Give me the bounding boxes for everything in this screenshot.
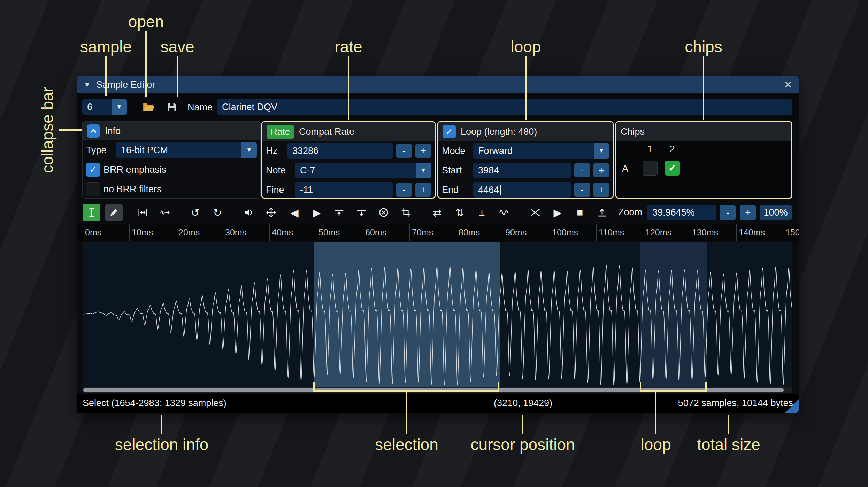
brr-emphasis-label: BRR emphasis — [103, 164, 166, 175]
ruler-tick: 110ms — [596, 224, 624, 241]
chevron-down-icon[interactable]: ▼ — [594, 143, 609, 159]
preview-button[interactable]: ▶ — [549, 204, 566, 221]
signed-unsigned-button[interactable]: ± — [473, 204, 491, 221]
loop-start-minus-button[interactable]: - — [574, 163, 590, 177]
name-label: Name — [187, 102, 213, 113]
sample-type-dropdown[interactable]: 16-bit PCM ▼ — [116, 142, 257, 158]
loop-end-minus-button[interactable]: - — [574, 183, 590, 197]
fine-minus-button[interactable]: - — [396, 183, 412, 197]
upload-icon — [597, 207, 607, 218]
collapse-triangle-icon[interactable]: ▼ — [84, 81, 91, 89]
resize-grip[interactable] — [785, 399, 799, 413]
draw-tool-button[interactable] — [105, 204, 123, 221]
loop-header: Loop (length: 480) — [461, 126, 537, 137]
horizontal-scrollbar[interactable] — [83, 387, 792, 393]
ruler-tick: 120ms — [643, 224, 671, 241]
waveform-display[interactable] — [83, 242, 792, 387]
delete-button[interactable] — [375, 204, 392, 221]
open-sample-button[interactable] — [141, 99, 157, 115]
no-brr-filters-checkbox[interactable] — [86, 182, 100, 196]
sample-name-value: Clarinet DQV — [222, 102, 277, 113]
close-icon[interactable]: × — [784, 78, 792, 91]
trim-button[interactable] — [397, 204, 415, 221]
ruler-tick: 100ms — [550, 224, 578, 241]
zoom-reset-button[interactable]: 100% — [760, 205, 792, 220]
amplify-button[interactable] — [240, 204, 258, 221]
rate-badge[interactable]: Rate — [267, 125, 294, 139]
invert-button[interactable]: ⇅ — [451, 204, 468, 221]
brr-emphasis-checkbox[interactable]: ✓ — [86, 163, 100, 177]
ruler-tick: 140ms — [736, 224, 765, 241]
fine-label: Fine — [266, 185, 292, 195]
collapse-bar-button[interactable] — [87, 124, 100, 138]
panels-row: Info Type 16-bit PCM ▼ ✓ BRR emphasis no… — [77, 121, 799, 199]
fine-plus-button[interactable]: + — [415, 183, 431, 197]
sample-name-input[interactable]: Clarinet DQV — [217, 99, 792, 115]
ruler-tick: 70ms — [409, 224, 433, 241]
chevron-down-icon[interactable]: ▼ — [112, 99, 127, 115]
apply-silence-button[interactable] — [353, 204, 370, 221]
loop-start-plus-button[interactable]: + — [593, 163, 609, 177]
stop-preview-button[interactable]: ■ — [571, 204, 589, 221]
loop-end-label: End — [442, 185, 470, 195]
window-title: Sample Editor — [96, 79, 155, 90]
title-bar: ▼ Sample Editor × — [77, 76, 799, 93]
fade-out-button[interactable]: ▶ — [308, 204, 325, 221]
ruler-tick: 150 — [783, 224, 799, 241]
fine-input[interactable]: -11 — [295, 182, 393, 198]
hz-label: Hz — [266, 146, 284, 156]
loop-end-input[interactable]: 4464 — [473, 182, 571, 198]
hz-minus-button[interactable]: - — [396, 144, 412, 158]
loop-start-input[interactable]: 3984 — [473, 163, 571, 178]
note-dropdown[interactable]: C-7 ▼ — [295, 163, 431, 178]
save-sample-button[interactable] — [164, 99, 180, 115]
i-beam-icon — [86, 207, 97, 218]
fade-in-button[interactable]: ◀ — [286, 204, 303, 221]
loop-mode-dropdown[interactable]: Forward ▼ — [473, 143, 609, 159]
select-tool-button[interactable] — [83, 204, 100, 221]
delete-x-icon — [378, 207, 389, 218]
reverse-button[interactable]: ⇄ — [429, 204, 446, 221]
loop-end-plus-button[interactable]: + — [593, 183, 609, 197]
chip-row-a: A — [622, 163, 628, 174]
chip-2-checkbox[interactable]: ✓ — [665, 161, 680, 176]
note-value: C-7 — [295, 163, 416, 178]
loop-start-value: 3984 — [478, 165, 499, 176]
crossfade-icon — [530, 207, 540, 218]
normalize-button[interactable] — [262, 204, 280, 221]
create-wavetable-button[interactable] — [593, 204, 611, 221]
filter-wave-icon — [499, 207, 509, 218]
redo-button[interactable]: ↻ — [209, 204, 226, 221]
chip-1-checkbox[interactable] — [643, 161, 658, 176]
chevron-down-icon[interactable]: ▼ — [416, 163, 431, 178]
loop-mode-value: Forward — [473, 143, 594, 159]
hz-input[interactable]: 33286 — [287, 143, 393, 159]
hz-plus-button[interactable]: + — [415, 144, 431, 158]
resize-button[interactable] — [134, 204, 152, 221]
zoom-out-button[interactable]: - — [720, 205, 736, 220]
total-size-text: 5072 samples, 10144 bytes — [678, 398, 793, 409]
zoom-in-button[interactable]: + — [740, 205, 756, 220]
cursor-position-text: (3210, 19429) — [494, 398, 552, 409]
scrollbar-thumb[interactable] — [83, 388, 784, 392]
zoom-input[interactable]: 39.9645% — [647, 205, 716, 220]
loop-enable-checkbox[interactable]: ✓ — [443, 125, 456, 138]
rate-panel: Rate Compat Rate Hz 33286 - + Note C-7 ▼… — [261, 121, 436, 199]
compat-rate-header: Compat Rate — [299, 126, 354, 137]
zoom-label: Zoom — [618, 207, 642, 218]
loop-start-label: Start — [442, 165, 470, 176]
sample-number-dropdown[interactable]: 6 ▼ — [82, 99, 127, 115]
resample-button[interactable] — [156, 204, 174, 221]
chip-column-2: 2 — [665, 144, 680, 155]
toolbar: ↺ ↻ ◀ ▶ — [77, 202, 799, 223]
resize-icon — [138, 207, 148, 218]
ruler-tick: 10ms — [129, 224, 153, 241]
floppy-disk-icon — [166, 101, 178, 114]
sample-type-value: 16-bit PCM — [116, 142, 241, 158]
undo-button[interactable]: ↺ — [186, 204, 204, 221]
crossfade-button[interactable] — [527, 204, 544, 221]
chevron-down-icon[interactable]: ▼ — [241, 142, 257, 158]
waveform[interactable] — [83, 242, 792, 387]
insert-silence-button[interactable] — [330, 204, 348, 221]
filter-button[interactable] — [496, 204, 513, 221]
